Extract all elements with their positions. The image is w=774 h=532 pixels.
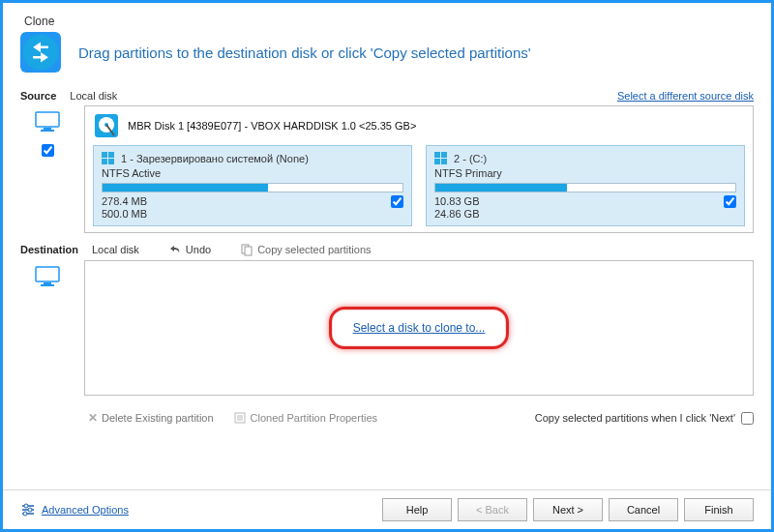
- partition-1[interactable]: 1 - Зарезервировано системой (None) NTFS…: [93, 145, 412, 226]
- partition-1-used: 278.4 MB: [102, 195, 147, 208]
- partition-1-name: 1 - Зарезервировано системой (None): [121, 153, 309, 164]
- partition-2-used: 10.83 GB: [434, 195, 479, 208]
- select-disk-link[interactable]: Select a disk to clone to...: [353, 321, 486, 335]
- monitor-icon: [35, 111, 60, 133]
- svg-point-27: [28, 508, 32, 512]
- window-title: Clone: [24, 15, 54, 28]
- svg-point-25: [24, 504, 28, 508]
- svg-rect-18: [44, 282, 51, 284]
- svg-rect-19: [41, 284, 54, 286]
- under-destination-row: ✕ Delete Existing partition Cloned Parti…: [20, 411, 754, 425]
- back-button[interactable]: < Back: [458, 498, 527, 521]
- svg-rect-9: [102, 159, 107, 164]
- svg-rect-8: [108, 152, 114, 158]
- partition-1-sizes: 278.4 MB 500.0 MB: [102, 195, 147, 220]
- instruction-row: Drag partitions to the destination disk …: [20, 32, 754, 73]
- hdd-icon: [93, 112, 120, 139]
- properties-icon: [233, 411, 247, 425]
- source-sub: Local disk: [70, 90, 117, 102]
- select-disk-highlight: Select a disk to clone to...: [329, 307, 510, 349]
- destination-body: Select a disk to clone to...: [20, 260, 754, 396]
- partition-2-sizes: 10.83 GB 24.86 GB: [434, 195, 479, 220]
- finish-button[interactable]: Finish: [684, 498, 754, 521]
- source-header: Source Local disk Select a different sou…: [20, 90, 754, 102]
- svg-rect-13: [434, 159, 440, 164]
- copy-on-next-label: Copy selected partitions when I click 'N…: [535, 412, 735, 424]
- source-body: MBR Disk 1 [4389E077] - VBOX HARDDISK 1.…: [20, 105, 754, 233]
- destination-sub: Local disk: [92, 244, 139, 255]
- button-bar: Help < Back Next > Cancel Finish: [382, 498, 754, 521]
- svg-rect-1: [36, 112, 59, 127]
- advanced-options-link[interactable]: Advanced Options: [20, 502, 129, 517]
- partition-2[interactable]: 2 - (C:) NTFS Primary 10.83 GB 24.86 GB: [426, 145, 745, 226]
- svg-rect-16: [245, 247, 252, 255]
- disk-header: MBR Disk 1 [4389E077] - VBOX HARDDISK 1.…: [93, 112, 745, 139]
- svg-rect-2: [44, 128, 51, 130]
- undo-button[interactable]: Undo: [168, 243, 211, 256]
- disk-title: MBR Disk 1 [4389E077] - VBOX HARDDISK 1.…: [128, 120, 416, 132]
- partition-1-bar: [102, 183, 403, 192]
- select-different-source-link[interactable]: Select a different source disk: [617, 90, 754, 102]
- sliders-icon: [20, 502, 36, 517]
- partition-row: 1 - Зарезервировано системой (None) NTFS…: [93, 145, 745, 226]
- windows-icon: [102, 152, 115, 165]
- monitor-icon: [35, 266, 60, 287]
- copy-selected-button[interactable]: Copy selected partitions: [240, 243, 371, 256]
- partition-2-name: 2 - (C:): [454, 153, 487, 164]
- destination-header: Destination Local disk Undo Copy selecte…: [20, 243, 754, 256]
- partition-1-type: NTFS Active: [102, 167, 403, 179]
- footer: Advanced Options Help < Back Next > Canc…: [3, 489, 771, 529]
- partition-2-checkbox[interactable]: [724, 195, 736, 208]
- partition-2-total: 24.86 GB: [434, 208, 479, 221]
- windows-icon: [434, 152, 448, 165]
- delete-existing-button[interactable]: ✕ Delete Existing partition: [88, 411, 214, 425]
- cancel-button[interactable]: Cancel: [609, 498, 678, 521]
- partition-2-type: NTFS Primary: [434, 167, 736, 179]
- svg-rect-17: [36, 267, 59, 281]
- partition-1-checkbox[interactable]: [391, 195, 403, 208]
- destination-leftcol: [20, 260, 74, 396]
- svg-rect-11: [434, 152, 440, 158]
- help-button[interactable]: Help: [382, 498, 452, 521]
- source-leftcol: [20, 105, 74, 233]
- destination-label: Destination: [20, 244, 78, 255]
- svg-point-29: [23, 512, 27, 516]
- copy-on-next-checkbox[interactable]: [741, 412, 754, 425]
- next-button[interactable]: Next >: [533, 498, 603, 521]
- header-row: Clone: [20, 15, 754, 28]
- svg-rect-14: [441, 159, 447, 164]
- copy-on-next-row: Copy selected partitions when I click 'N…: [535, 412, 754, 425]
- undo-icon: [168, 243, 182, 256]
- copy-icon: [240, 243, 253, 256]
- delete-icon: ✕: [88, 411, 98, 425]
- clone-icon: [20, 32, 61, 73]
- partition-1-total: 500.0 MB: [102, 208, 147, 221]
- window-body: Clone Drag partitions to the destination…: [3, 3, 771, 489]
- destination-panel: Select a disk to clone to...: [84, 260, 754, 396]
- source-label: Source: [20, 90, 56, 102]
- clone-window: Clone Drag partitions to the destination…: [0, 0, 774, 532]
- svg-rect-7: [102, 152, 107, 158]
- source-disk-checkbox[interactable]: [42, 144, 54, 157]
- source-panel: MBR Disk 1 [4389E077] - VBOX HARDDISK 1.…: [84, 105, 754, 233]
- instruction-text: Drag partitions to the destination disk …: [78, 44, 531, 61]
- svg-rect-10: [108, 159, 114, 164]
- cloned-properties-button[interactable]: Cloned Partition Properties: [233, 411, 377, 425]
- svg-rect-12: [441, 152, 447, 158]
- partition-2-bar: [434, 183, 736, 192]
- svg-rect-3: [41, 130, 54, 132]
